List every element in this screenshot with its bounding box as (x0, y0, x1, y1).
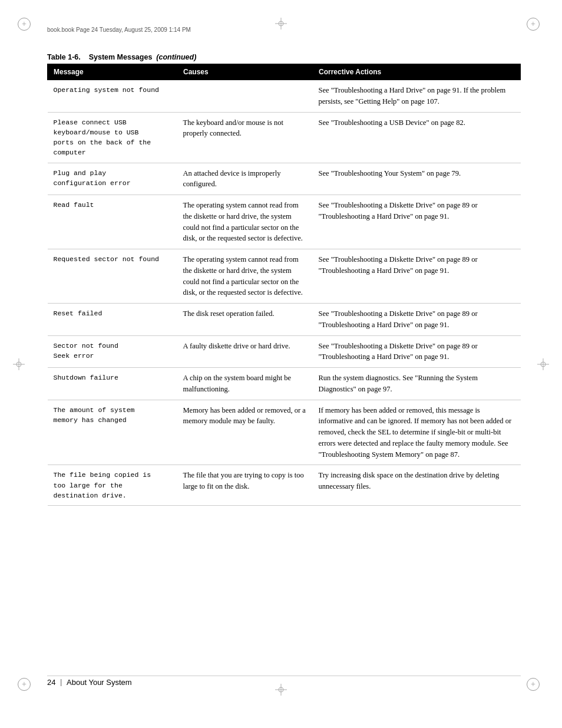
cell-corrective-0: See "Troubleshooting a Hard Drive" on pa… (313, 80, 521, 113)
reg-mark-right (537, 358, 549, 370)
cell-message-4: Requested sector not found (48, 249, 177, 304)
corner-mark-bottom-right (527, 678, 544, 696)
cell-corrective-1: See "Troubleshooting a USB Device" on pa… (313, 112, 521, 163)
cell-message-5: Reset failed (48, 304, 177, 336)
cell-message-2: Plug and play configuration error (48, 163, 177, 195)
footer-rule (47, 676, 521, 676)
table-row: Sector not found Seek errorA faulty disk… (48, 335, 521, 368)
cell-causes-3: The operating system cannot read from th… (177, 195, 313, 249)
table-row: The file being copied is too large for t… (48, 465, 521, 506)
corner-mark-bottom-left (18, 678, 35, 696)
cell-message-0: Operating system not found (48, 80, 177, 113)
system-messages-table: Message Causes Corrective Actions Operat… (47, 64, 521, 506)
reg-mark-left (13, 358, 25, 370)
table-header-row: Message Causes Corrective Actions (48, 64, 521, 80)
table-continued: (continued) (156, 53, 196, 61)
cell-causes-1: The keyboard and/or mouse is not properl… (177, 112, 313, 163)
corner-mark-top-right (527, 18, 544, 35)
table-subtitle: System Messages (89, 53, 153, 61)
table-row: Plug and play configuration errorAn atta… (48, 163, 521, 195)
cell-message-3: Read fault (48, 195, 177, 249)
corner-mark-top-left (18, 18, 35, 35)
cell-causes-5: The disk reset operation failed. (177, 304, 313, 336)
table-title-label: Table 1-6. (47, 53, 81, 61)
cell-causes-6: A faulty diskette drive or hard drive. (177, 335, 313, 368)
table-title: Table 1-6. System Messages (continued) (47, 53, 521, 61)
table-row: Read faultThe operating system cannot re… (48, 195, 521, 249)
cell-corrective-5: See "Troubleshooting a Diskette Drive" o… (313, 304, 521, 336)
cell-message-1: Please connect USB keyboard/mouse to USB… (48, 112, 177, 163)
table-row: Reset failedThe disk reset operation fai… (48, 304, 521, 336)
cell-corrective-3: See "Troubleshooting a Diskette Drive" o… (313, 195, 521, 249)
reg-mark-top (275, 18, 287, 29)
footer-section: About Your System (67, 678, 132, 687)
col-header-corrective: Corrective Actions (313, 64, 521, 80)
col-header-causes: Causes (177, 64, 313, 80)
col-header-message: Message (48, 64, 177, 80)
table-row: Requested sector not foundThe operating … (48, 249, 521, 304)
cell-corrective-8: If memory has been added or removed, thi… (313, 400, 521, 465)
cell-causes-7: A chip on the system board might be malf… (177, 368, 313, 400)
cell-corrective-6: See "Troubleshooting a Diskette Drive" o… (313, 335, 521, 368)
cell-corrective-2: See "Troubleshooting Your System" on pag… (313, 163, 521, 195)
cell-causes-4: The operating system cannot read from th… (177, 249, 313, 304)
cell-causes-8: Memory has been added or removed, or a m… (177, 400, 313, 465)
page-footer: 24 | About Your System (47, 677, 521, 687)
cell-message-8: The amount of system memory has changed (48, 400, 177, 465)
file-header: book.book Page 24 Tuesday, August 25, 20… (47, 27, 191, 33)
cell-corrective-4: See "Troubleshooting a Diskette Drive" o… (313, 249, 521, 304)
cell-corrective-9: Try increasing disk space on the destina… (313, 465, 521, 506)
cell-message-7: Shutdown failure (48, 368, 177, 400)
table-row: Shutdown failureA chip on the system boa… (48, 368, 521, 400)
cell-causes-9: The file that you are trying to copy is … (177, 465, 313, 506)
page-number: 24 (47, 678, 55, 687)
cell-message-9: The file being copied is too large for t… (48, 465, 177, 506)
cell-message-6: Sector not found Seek error (48, 335, 177, 368)
cell-corrective-7: Run the system diagnostics. See "Running… (313, 368, 521, 400)
page: book.book Page 24 Tuesday, August 25, 20… (0, 0, 562, 728)
table-row: The amount of system memory has changedM… (48, 400, 521, 465)
table-row: Please connect USB keyboard/mouse to USB… (48, 112, 521, 163)
footer-separator: | (60, 677, 62, 687)
cell-causes-0 (177, 80, 313, 113)
table-row: Operating system not foundSee "Troublesh… (48, 80, 521, 113)
cell-causes-2: An attached device is improperly configu… (177, 163, 313, 195)
